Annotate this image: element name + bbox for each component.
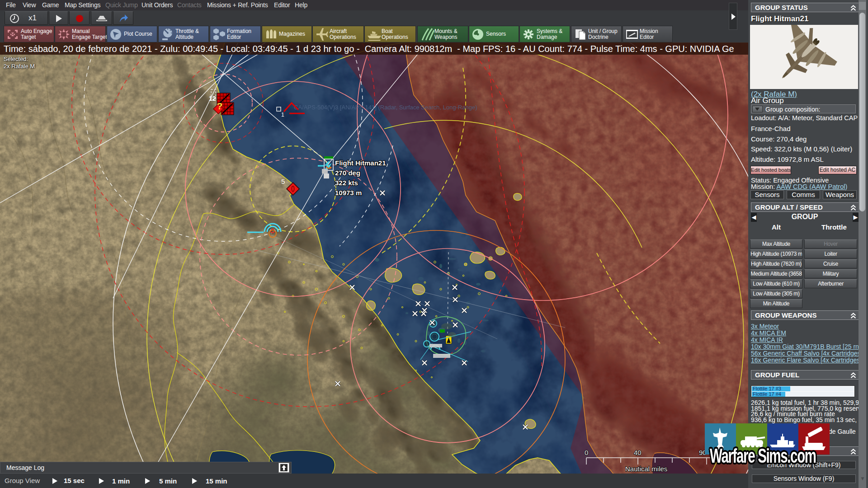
svg-text:CA/APS-504(V)3 [AN/APS-141] (R: CA/APS-504(V)3 [AN/APS-141] (Radar, Surf… [294,104,477,111]
svg-text:?: ? [217,101,223,111]
svg-text:Flight Hitman21: Flight Hitman21 [335,159,386,167]
svg-text:0: 0 [585,449,588,456]
svg-text:1: 1 [281,112,284,118]
svg-text:10973 m: 10973 m [335,189,362,197]
svg-text:270 deg: 270 deg [335,169,360,177]
svg-text:5: 5 [281,178,285,185]
svg-text:Nautical miles: Nautical miles [625,465,667,473]
svg-text:40: 40 [634,449,642,456]
svg-text:12: 12 [209,95,216,102]
svg-text:322 kts: 322 kts [335,179,358,187]
